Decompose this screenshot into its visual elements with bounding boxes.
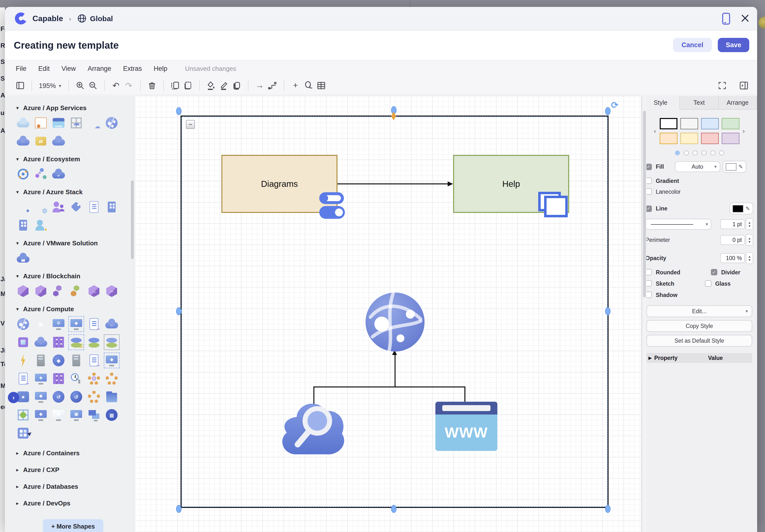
palette-section-azure-vmware-solution[interactable]: ▾Azure / VMware Solution (16, 239, 134, 247)
app-service-certificates-icon[interactable] (34, 116, 48, 130)
mesh-diamond-icon[interactable] (105, 372, 119, 386)
undo-icon[interactable]: ↶ (110, 79, 122, 92)
workspace-tiles-cursor-icon[interactable]: ▶ (16, 426, 30, 440)
server-rack-2-icon[interactable] (69, 354, 83, 367)
restore-point-icon[interactable]: ↺ (52, 390, 65, 404)
style-swatch-4[interactable] (659, 133, 677, 144)
edge-diagrams-help[interactable] (338, 183, 448, 184)
palette-section-azure-devops[interactable]: ▸Azure / DevOps (16, 500, 134, 507)
tab-text[interactable]: Text (680, 96, 719, 109)
app-service-environments-icon[interactable]: ☁ (69, 116, 83, 130)
image-gallery-icon[interactable] (105, 390, 119, 404)
app-service-plans-icon[interactable]: ☁ (87, 116, 101, 130)
table-icon[interactable] (315, 79, 328, 92)
property-table-header[interactable]: ▶ Property Value (646, 353, 752, 363)
blockchain-member-icon[interactable] (16, 284, 30, 298)
expand-panel-button[interactable]: › (8, 392, 19, 403)
zoom-out-icon[interactable] (86, 79, 99, 92)
to-back-icon[interactable] (181, 79, 194, 92)
api-apps-icon[interactable] (16, 116, 30, 130)
zoom-in-icon[interactable] (74, 79, 86, 92)
swatch-page-dot-0[interactable] (675, 150, 680, 155)
mesh-pentagon-icon[interactable] (87, 390, 101, 404)
app-tiles-sphere-icon[interactable]: ▦ (105, 408, 119, 422)
close-icon[interactable] (741, 14, 749, 23)
line-width-input[interactable]: 1 pt (720, 219, 745, 229)
style-swatch-2[interactable] (701, 118, 718, 129)
network-globe-icon[interactable] (16, 317, 30, 331)
edit-button[interactable]: Edit...▾ (646, 305, 752, 317)
opacity-input[interactable]: 100 % (720, 253, 745, 263)
tree-edge-horizontal[interactable] (314, 387, 465, 388)
swatch-page-dot-4[interactable] (710, 150, 715, 155)
selection-handle-ne[interactable] (605, 107, 610, 115)
tree-edge-vertical[interactable] (394, 355, 395, 387)
line-color-button[interactable]: ✎ (730, 202, 753, 214)
insert-icon[interactable]: + (289, 79, 302, 92)
zoom-dropdown[interactable]: 195% ▾ (37, 82, 63, 89)
palette-section-azure-databases[interactable]: ▸Azure / Databases (16, 483, 134, 490)
fill-color-button[interactable]: ✎ (722, 161, 746, 172)
line-style-dropdown[interactable]: ▾ (645, 219, 711, 230)
vm-gear-monitor-icon[interactable]: ⚙ (52, 317, 65, 331)
app-service-domains-icon[interactable]: www (52, 116, 65, 130)
selection-handle-sw[interactable] (176, 505, 182, 513)
monitor-cube-brackets-icon[interactable]: ▣ (69, 408, 83, 422)
more-shapes-button[interactable]: + More Shapes (43, 519, 103, 532)
chip-cube-icon[interactable] (16, 335, 30, 349)
waypoints-icon[interactable] (266, 79, 279, 92)
node-diagrams[interactable]: Diagrams (221, 155, 338, 213)
menu-item-arrange[interactable]: Arrange (88, 65, 111, 72)
save-button[interactable]: Save (718, 38, 749, 52)
connection-arrow-icon[interactable]: → (253, 79, 266, 92)
set-as-default-style-button[interactable]: Set as Default Style (646, 335, 752, 347)
blockchain-service-icon[interactable]: ↑ (34, 284, 48, 298)
container-grid-purple-icon[interactable] (52, 335, 65, 349)
restore-point-collection-icon[interactable]: ↺ (69, 390, 83, 404)
style-swatch-3[interactable] (721, 118, 739, 129)
outbound-connection-icon[interactable]: → (87, 284, 101, 298)
maintenance-clock-wrench-icon[interactable] (69, 372, 83, 386)
palette-section-azure-cxp[interactable]: ▸Azure / CXP (16, 466, 134, 473)
diagram-canvas[interactable]: − ⟳ Diagrams Help (135, 96, 646, 532)
menu-item-file[interactable]: File (16, 65, 27, 72)
collapse-group-button[interactable]: − (186, 120, 195, 129)
token-service-icon[interactable]: ◦◦ (105, 284, 119, 298)
palette-scrollbar[interactable] (131, 180, 134, 259)
updates-building-icon[interactable] (105, 200, 119, 214)
fill-mode-dropdown[interactable]: Auto▾ (675, 161, 720, 172)
divider-checkbox[interactable]: ✓ (711, 269, 717, 275)
palette-section-azure-ecosystem[interactable]: ▾Azure / Ecosystem (16, 155, 134, 163)
azure-hybrid-center-icon[interactable] (34, 167, 48, 181)
tab-arrange[interactable]: Arrange (718, 96, 757, 109)
notes-copy-icon[interactable]: → (87, 317, 101, 331)
palette-section-azure-compute[interactable]: ▾Azure / Compute (16, 305, 134, 313)
collaborative-service-icon[interactable]: ◆ (52, 167, 65, 181)
cloud-services-gears-icon[interactable]: ⚙ (105, 317, 119, 331)
perimeter-stepper[interactable]: ▲▼ (746, 234, 753, 246)
monitor-clone-dashed-icon[interactable]: ◆ (105, 354, 119, 367)
shadow-icon[interactable] (230, 79, 243, 92)
style-swatch-6[interactable] (701, 133, 718, 144)
disk-stack-icon[interactable] (87, 335, 101, 349)
service-fabric-gear-icon[interactable]: ⚙ (87, 372, 101, 386)
applens-icon[interactable] (16, 167, 30, 181)
palette-section-azure-containers[interactable]: ▸Azure / Containers (16, 449, 134, 457)
spring-cloud-icon[interactable] (16, 408, 30, 422)
www-browser-icon[interactable]: WWW (435, 402, 497, 451)
app-services-globe-icon[interactable] (105, 116, 119, 130)
monitor-cube-white-icon[interactable]: ◆ (52, 408, 65, 422)
palette-section-azure-blockchain[interactable]: ▾Azure / Blockchain (16, 272, 134, 280)
palette-section-azure-azure-stack[interactable]: ▾Azure / Azure Stack (16, 188, 134, 196)
cloud-upload-container-icon[interactable]: ↑ (34, 335, 48, 349)
brand-name[interactable]: Capable (32, 14, 63, 23)
selection-handle-w[interactable] (176, 307, 182, 315)
disk-snapshot-icon[interactable] (105, 335, 119, 349)
toggle-sidebar-icon[interactable] (14, 79, 27, 92)
copy-style-button[interactable]: Copy Style (646, 320, 752, 332)
notification-hubs-icon[interactable]: ⇄ (34, 134, 48, 148)
plans-document-icon[interactable] (87, 200, 101, 214)
mobile-preview-icon[interactable] (722, 13, 730, 24)
swatch-page-dot-3[interactable] (701, 150, 706, 155)
perimeter-input[interactable]: 0 pt (720, 235, 745, 245)
